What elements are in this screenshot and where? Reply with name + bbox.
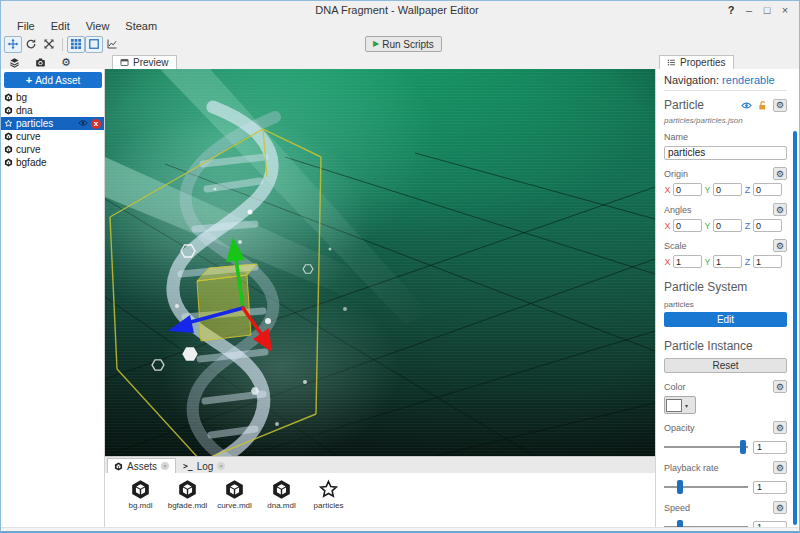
asset-sidebar: + Add Asset bg dna particles x [1,69,105,527]
layers-button[interactable] [1,57,27,68]
minimize-button[interactable]: – [741,4,757,16]
scale-z-input[interactable] [753,255,782,268]
angles-settings-button[interactable]: ⚙ [773,203,787,216]
slider-handle[interactable] [677,520,683,527]
sidebar-item-dna[interactable]: dna [1,104,104,117]
speed-slider[interactable] [664,520,748,527]
run-scripts-button[interactable]: ▶ Run Scripts [365,36,442,52]
close-icon[interactable]: × [217,462,225,470]
edit-button[interactable]: Edit [664,312,787,327]
playback-value-input[interactable] [753,481,787,494]
angles-vector: X Y Z [664,219,787,232]
dock-item-bgfade-mdl[interactable]: bgfade.mdl [164,479,211,527]
window-bottom-strip [1,527,799,531]
tab-assets[interactable]: Assets × [107,458,176,473]
particle-system-name: particles [664,300,787,309]
menu-edit[interactable]: Edit [43,20,78,32]
sidebar-item-particles[interactable]: particles x [1,117,104,130]
origin-settings-button[interactable]: ⚙ [773,167,787,180]
angles-label: Angles [664,205,692,215]
name-input[interactable] [664,146,787,160]
unlock-icon[interactable] [757,100,768,111]
playback-settings-button[interactable]: ⚙ [773,461,787,474]
sidebar-item-bgfade[interactable]: bgfade [1,156,104,169]
add-asset-label: Add Asset [35,75,80,86]
angles-z-input[interactable] [753,219,782,232]
star-icon [318,479,339,500]
dock-item-label: bgfade.mdl [168,501,208,510]
navigation-line: Navigation: renderable [664,73,787,91]
sidebar-item-curve[interactable]: curve [1,130,104,143]
opacity-settings-button[interactable]: ⚙ [773,421,787,434]
color-picker[interactable]: ▾ [664,396,696,414]
speed-slider-row [664,520,787,527]
cube-icon [177,479,198,500]
delete-asset-button[interactable]: x [91,119,101,129]
settings-button[interactable]: ⚙ [53,56,79,69]
angles-x-input[interactable] [673,219,702,232]
move-tool-button[interactable] [4,36,22,53]
scale-tool-button[interactable] [40,36,58,53]
origin-z-input[interactable] [753,183,782,196]
add-asset-button[interactable]: + Add Asset [4,72,102,88]
origin-y-input[interactable] [713,183,742,196]
cube-icon [4,158,13,167]
maximize-button[interactable]: □ [759,4,775,16]
origin-x-input[interactable] [673,183,702,196]
properties-scrollbar[interactable] [793,131,797,525]
screenshot-button[interactable] [27,57,53,68]
gear-icon: ⚙ [776,205,784,215]
scale-y-input[interactable] [713,255,742,268]
opacity-slider[interactable] [664,440,748,454]
performance-graph-button[interactable] [103,36,121,53]
angles-y-input[interactable] [713,219,742,232]
grid-view-button[interactable] [67,36,85,53]
gear-icon: ⚙ [776,463,784,473]
menu-file[interactable]: File [9,20,43,32]
main-toolbar: ▶ Run Scripts [1,33,799,55]
close-icon[interactable]: × [161,462,169,470]
dock-item-bg-mdl[interactable]: bg.mdl [117,479,164,527]
gear-icon: ⚙ [776,241,784,251]
particle-settings-button[interactable]: ⚙ [773,99,787,112]
tab-properties[interactable]: Properties [659,55,734,69]
tab-log[interactable]: >_ Log × [176,458,232,473]
preview-viewport[interactable] [105,69,655,456]
properties-panel: Navigation: renderable Particle ⚙ partic… [655,69,799,527]
menu-steam[interactable]: Steam [117,20,165,32]
scale-settings-button[interactable]: ⚙ [773,239,787,252]
menu-view[interactable]: View [78,20,118,32]
refresh-tool-button[interactable] [22,36,40,53]
cube-icon [4,106,13,115]
dock-item-dna-mdl[interactable]: dna.mdl [258,479,305,527]
speed-value-input[interactable] [753,521,787,528]
close-button[interactable]: × [777,4,793,16]
navigation-value[interactable]: renderable [722,74,775,86]
tab-log-label: Log [197,461,214,472]
playback-rate-label: Playback rate [664,463,719,473]
single-view-button[interactable] [85,36,103,53]
color-settings-button[interactable]: ⚙ [773,380,787,393]
dock-item-curve-mdl[interactable]: curve.mdl [211,479,258,527]
slider-handle[interactable] [677,480,683,494]
gear-icon: ⚙ [776,503,784,513]
slider-handle[interactable] [740,440,746,454]
opacity-value-input[interactable] [753,441,787,454]
reset-button[interactable]: Reset [664,358,787,373]
dock-item-particles[interactable]: particles [305,479,352,527]
eye-icon[interactable] [741,100,752,111]
particle-system-heading: Particle System [664,280,787,294]
speed-label: Speed [664,503,690,513]
gear-icon: ⚙ [776,423,784,433]
layers-icon [9,57,20,68]
sidebar-item-curve-2[interactable]: curve [1,143,104,156]
speed-settings-button[interactable]: ⚙ [773,501,787,514]
sidebar-item-bg[interactable]: bg [1,91,104,104]
help-button[interactable]: ? [723,4,739,16]
playback-rate-slider[interactable] [664,480,748,494]
tab-preview[interactable]: Preview [112,55,177,69]
scale-x-input[interactable] [673,255,702,268]
y-axis-label: Y [704,185,711,195]
visibility-toggle[interactable] [78,118,88,130]
scale-vector: X Y Z [664,255,787,268]
